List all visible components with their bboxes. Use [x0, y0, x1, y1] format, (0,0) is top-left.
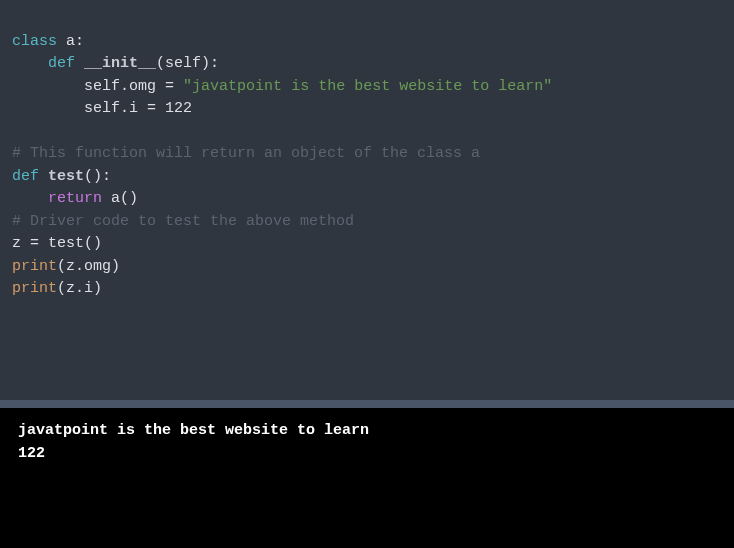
dunder-init: __init__ — [84, 55, 156, 72]
keyword-return: return — [48, 190, 102, 207]
code-line: # This function will return an object of… — [12, 145, 480, 162]
code-line: self.omg = "javatpoint is the best websi… — [12, 78, 552, 95]
output-console[interactable]: javatpoint is the best website to learn … — [0, 408, 734, 548]
code-line: def __init__(self): — [12, 55, 219, 72]
code-line: z = test() — [12, 235, 102, 252]
keyword-def: def — [48, 55, 75, 72]
number-literal: 122 — [165, 100, 192, 117]
code-line: def test(): — [12, 168, 111, 185]
code-line: print(z.i) — [12, 280, 102, 297]
keyword-def: def — [12, 168, 39, 185]
function-name: test — [48, 168, 84, 185]
code-line: self.i = 122 — [12, 100, 192, 117]
string-literal: "javatpoint is the best website to learn… — [183, 78, 552, 95]
output-line: 122 — [18, 445, 45, 462]
keyword-class: class — [12, 33, 57, 50]
class-name: a — [66, 33, 75, 50]
code-line: print(z.omg) — [12, 258, 120, 275]
pane-divider[interactable] — [0, 400, 734, 408]
code-editor[interactable]: class a: def __init__(self): self.omg = … — [0, 0, 734, 400]
output-line: javatpoint is the best website to learn — [18, 422, 369, 439]
code-line: # Driver code to test the above method — [12, 213, 354, 230]
code-line: return a() — [12, 190, 138, 207]
comment: # Driver code to test the above method — [12, 213, 354, 230]
code-line: class a: — [12, 33, 84, 50]
comment: # This function will return an object of… — [12, 145, 480, 162]
